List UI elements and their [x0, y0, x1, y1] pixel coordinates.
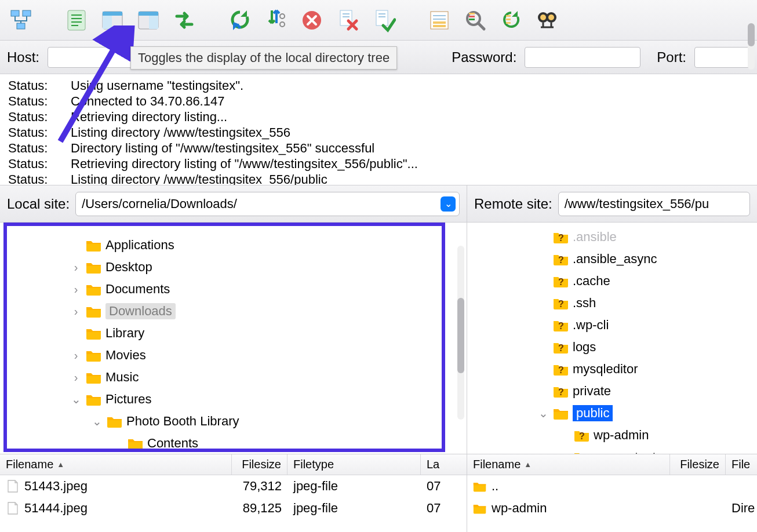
folder-icon [86, 349, 102, 362]
port-label: Port: [657, 49, 686, 65]
tree-item[interactable]: ›Music [0, 366, 467, 388]
tree-item[interactable]: ›Documents [0, 278, 467, 300]
folder-icon [107, 415, 123, 428]
folder-icon [86, 327, 102, 340]
tree-item[interactable]: .ansible [467, 226, 757, 248]
col-file[interactable]: File [726, 454, 757, 475]
folder-icon [473, 479, 487, 493]
col-filename[interactable]: Filename▲ [0, 454, 232, 475]
expander-open-icon[interactable]: ⌄ [537, 406, 549, 420]
tree-item-label: .ssh [573, 296, 596, 311]
svg-rect-28 [433, 25, 446, 27]
reconnect-button[interactable] [369, 5, 399, 35]
file-row[interactable]: wp-adminDire [467, 497, 757, 519]
file-name: 51443.jpeg [24, 479, 88, 494]
password-input[interactable] [525, 47, 640, 68]
filter-button[interactable] [460, 5, 490, 35]
tree-item-label: Music [105, 370, 139, 385]
remote-path-combobox[interactable]: /www/testingsitex_556/pu [558, 192, 750, 216]
svg-rect-13 [139, 12, 158, 16]
local-file-list[interactable]: Filename▲ Filesize Filetype La 51443.jpe… [0, 454, 467, 532]
toggle-remote-tree-button[interactable] [133, 5, 163, 35]
tree-item[interactable]: logs [467, 336, 757, 358]
scrollbar[interactable] [457, 246, 464, 420]
directory-list-button[interactable] [424, 5, 454, 35]
local-tree-pane[interactable]: Applications›Desktop›Documents›Downloads… [0, 223, 467, 454]
tree-item[interactable]: ⌄public [467, 402, 757, 424]
log-row: Status:Connected to 34.70.86.147 [8, 93, 749, 109]
tree-item[interactable]: wp-content [467, 446, 757, 454]
tree-item[interactable]: ›Desktop [0, 256, 467, 278]
tree-item-label: wp-content [594, 450, 656, 454]
toggle-local-tree-button[interactable] [97, 5, 128, 35]
host-label: Host: [7, 49, 39, 65]
remote-file-list[interactable]: Filename▲ Filesize File ..wp-adminDire [467, 454, 757, 532]
file-row[interactable]: 51444.jpeg89,125jpeg-file07 [0, 497, 467, 519]
tree-item[interactable]: wp-admin [467, 424, 757, 446]
port-input[interactable] [694, 47, 750, 68]
tree-item[interactable]: .ansible_async [467, 248, 757, 270]
folder-icon [86, 305, 102, 318]
folder-icon [86, 371, 102, 384]
sort-asc-icon: ▲ [57, 460, 64, 469]
expander-open-icon[interactable]: ⌄ [90, 414, 103, 428]
cancel-button[interactable] [297, 5, 327, 35]
tree-item-label: Photo Booth Library [126, 414, 239, 429]
tree-item[interactable]: private [467, 380, 757, 402]
svg-rect-35 [506, 19, 511, 20]
remote-column-headers[interactable]: Filename▲ Filesize File [467, 454, 757, 475]
tree-item[interactable]: Library [0, 322, 467, 344]
file-row[interactable]: .. [467, 475, 757, 497]
tree-item[interactable]: ⌄Pictures [0, 388, 467, 410]
col-filesize[interactable]: Filesize [670, 454, 726, 475]
expander-closed-icon[interactable]: › [70, 283, 82, 296]
file-name: wp-admin [492, 501, 547, 516]
file-icon [6, 501, 20, 515]
svg-rect-2 [23, 10, 31, 16]
tree-item[interactable]: Contents [0, 432, 467, 454]
message-log[interactable]: Status:Using username "testingsitex". St… [0, 74, 757, 185]
expander-closed-icon[interactable]: › [70, 305, 82, 318]
log-row: Status:Using username "testingsitex". [8, 78, 749, 93]
tree-item[interactable]: ⌄Photo Booth Library [0, 410, 467, 432]
process-queue-button[interactable] [261, 5, 291, 35]
expander-closed-icon[interactable]: › [70, 261, 82, 274]
tree-item[interactable]: ›Movies [0, 344, 467, 366]
directory-compare-button[interactable] [496, 5, 526, 35]
svg-rect-14 [149, 16, 158, 29]
local-path-combobox[interactable]: /Users/cornelia/Downloads/ ⌄ [75, 192, 460, 216]
expander-open-icon[interactable]: ⌄ [70, 392, 82, 406]
svg-rect-11 [103, 16, 112, 29]
expander-closed-icon[interactable]: › [70, 371, 82, 384]
svg-point-40 [548, 14, 554, 20]
tree-item[interactable]: Applications [0, 234, 467, 256]
toggle-transfer-queue-button[interactable] [169, 5, 199, 35]
folder-icon [473, 501, 487, 515]
tree-item-label: Library [105, 326, 144, 341]
unknown-folder-icon [553, 319, 569, 331]
disconnect-button[interactable] [333, 5, 363, 35]
site-manager-button[interactable] [6, 5, 36, 35]
refresh-button[interactable] [225, 5, 255, 35]
toggle-log-button[interactable] [61, 5, 92, 35]
file-row[interactable]: 51443.jpeg79,312jpeg-file07 [0, 475, 467, 497]
tree-item[interactable]: .ssh [467, 292, 757, 314]
unknown-folder-icon [574, 429, 590, 442]
local-column-headers[interactable]: Filename▲ Filesize Filetype La [0, 454, 467, 475]
col-filesize[interactable]: Filesize [232, 454, 287, 475]
svg-point-15 [280, 14, 285, 19]
tree-item[interactable]: mysqleditor [467, 358, 757, 380]
col-filename[interactable]: Filename▲ [467, 454, 670, 475]
unknown-folder-icon [553, 297, 569, 309]
col-lastmod[interactable]: La [421, 454, 467, 475]
unknown-folder-icon [553, 253, 569, 265]
expander-closed-icon[interactable]: › [70, 349, 82, 362]
chevron-down-icon[interactable]: ⌄ [441, 196, 456, 212]
tree-item[interactable]: .cache [467, 270, 757, 292]
svg-rect-36 [506, 22, 511, 24]
remote-tree-pane[interactable]: .ansible.ansible_async.cache.ssh.wp-clil… [467, 223, 757, 454]
col-filetype[interactable]: Filetype [287, 454, 421, 475]
tree-item[interactable]: ›Downloads [0, 300, 467, 322]
tree-item[interactable]: .wp-cli [467, 314, 757, 336]
find-button[interactable] [532, 5, 562, 35]
